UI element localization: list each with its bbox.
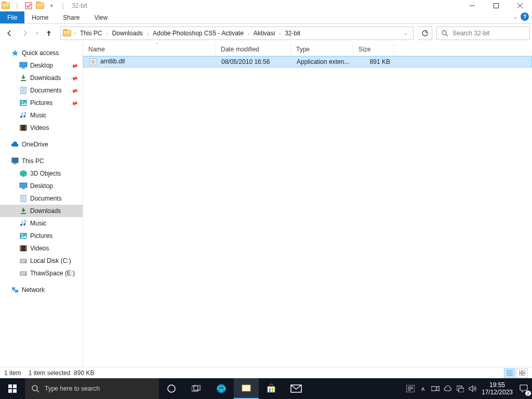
svg-rect-51 <box>8 389 12 393</box>
nav-desktop[interactable]: Desktop <box>0 180 83 192</box>
taskbar-app-edge[interactable] <box>209 378 234 399</box>
search-placeholder: Search 32-bit <box>453 30 489 37</box>
nav-downloads[interactable]: Downloads📌 <box>0 72 83 84</box>
cortana-button[interactable] <box>159 383 184 394</box>
start-button[interactable] <box>0 378 25 399</box>
svg-rect-49 <box>8 384 12 388</box>
nav-videos[interactable]: Videos <box>0 242 83 255</box>
nav-thawspace-e-[interactable]: ThawSpace (E:) <box>0 267 83 280</box>
nav-pane: Quick accessDesktop📌Downloads📌Documents📌… <box>0 43 83 367</box>
task-view-button[interactable] <box>184 378 209 399</box>
breadcrumb-caret[interactable]: › <box>277 31 283 36</box>
ribbon-collapse-icon[interactable]: ⌄ <box>513 14 517 20</box>
minimize-button[interactable] <box>460 0 484 11</box>
svg-rect-9 <box>21 80 26 81</box>
qat-folder-icon[interactable] <box>34 0 46 11</box>
nav-3d-objects[interactable]: 3D Objects <box>0 167 83 180</box>
refresh-button[interactable] <box>418 26 432 40</box>
breadcrumb-caret[interactable]: › <box>72 31 78 36</box>
help-icon[interactable]: ? <box>521 12 529 21</box>
breadcrumb-caret[interactable]: › <box>246 31 251 36</box>
tray-clock[interactable]: 19:55 17/12/2023 <box>479 379 515 398</box>
back-button[interactable] <box>2 26 17 41</box>
column-date-modified[interactable]: Date modified <box>216 43 291 56</box>
svg-point-53 <box>32 385 37 391</box>
tray-date: 17/12/2023 <box>481 389 513 396</box>
nav-desktop[interactable]: Desktop📌 <box>0 59 83 72</box>
tray-network-icon[interactable] <box>454 378 467 399</box>
breadcrumb-this-pc[interactable]: This PC <box>78 30 104 37</box>
column-type[interactable]: Type <box>291 43 353 56</box>
column-name[interactable]: Name˄ <box>83 43 216 56</box>
tab-home[interactable]: Home <box>24 11 56 23</box>
tab-file[interactable]: File <box>0 11 24 23</box>
nav-network[interactable]: Network <box>0 284 83 296</box>
svg-rect-21 <box>20 183 27 188</box>
file-list: amtlib.dll08/05/2010 16:56Application ex… <box>83 56 532 367</box>
nav-local-disk-c-[interactable]: Local Disk (C:) <box>0 255 83 267</box>
dll-icon <box>89 58 97 66</box>
breadcrumb-32-bit[interactable]: 32-bit <box>283 30 302 37</box>
tray-notifications-icon[interactable]: 2 <box>515 378 532 399</box>
qat-dropdown-icon[interactable]: ▾ <box>46 0 57 11</box>
taskbar-app-explorer[interactable] <box>234 378 259 399</box>
file-row[interactable]: amtlib.dll08/05/2010 16:56Application ex… <box>83 56 532 68</box>
breadcrumb-downloads[interactable]: Downloads <box>110 30 145 37</box>
ribbon: File Home Share View ⌄ ? <box>0 11 532 24</box>
nav-music[interactable]: Music <box>0 217 83 230</box>
nav-documents[interactable]: Documents <box>0 192 83 205</box>
svg-rect-32 <box>25 246 26 251</box>
desktop-icon <box>19 182 28 190</box>
address-bar[interactable]: › This PC›Downloads›Adobe Photoshop CS5 … <box>60 26 414 40</box>
taskbar-app-mail[interactable] <box>284 378 309 399</box>
tray-onedrive-icon[interactable] <box>442 378 454 399</box>
nav-music[interactable]: Music <box>0 109 83 122</box>
nav-onedrive[interactable]: OneDrive <box>0 138 83 151</box>
svg-rect-18 <box>25 125 26 130</box>
tray-volume-icon[interactable] <box>467 378 479 399</box>
tray-overflow-icon[interactable]: ʌ <box>417 378 429 399</box>
up-button[interactable] <box>42 26 56 41</box>
tray-meetnow-icon[interactable] <box>429 378 442 399</box>
breadcrumb-aktivasi[interactable]: Aktivasi <box>251 30 277 37</box>
tab-share[interactable]: Share <box>56 11 87 23</box>
tab-view[interactable]: View <box>87 11 115 23</box>
view-details-button[interactable] <box>504 368 515 378</box>
doc-icon <box>19 87 28 94</box>
recent-dropdown-icon[interactable]: ▾ <box>33 26 41 41</box>
desktop-icon <box>19 62 28 69</box>
tray-news-icon[interactable] <box>404 378 417 399</box>
forward-button[interactable] <box>18 26 32 41</box>
pin-icon: 📌 <box>70 86 78 95</box>
search-box[interactable]: Search 32-bit <box>436 26 530 40</box>
breadcrumb-caret[interactable]: › <box>104 31 110 36</box>
pc-icon <box>10 157 20 165</box>
svg-rect-62 <box>272 388 273 390</box>
nav-documents[interactable]: Documents📌 <box>0 84 83 97</box>
nav-pictures[interactable]: Pictures <box>0 230 83 242</box>
app-icon <box>0 0 11 11</box>
taskbar-search[interactable]: Type here to search <box>25 378 159 399</box>
close-button[interactable] <box>508 0 532 11</box>
download-icon <box>19 74 28 82</box>
nav-downloads[interactable]: Downloads <box>0 205 83 217</box>
taskbar-search-icon <box>31 384 39 393</box>
svg-rect-60 <box>268 387 275 392</box>
taskbar-app-store[interactable] <box>259 378 284 399</box>
breadcrumb-caret[interactable]: › <box>145 31 151 36</box>
titlebar: | ▾ | 32-bit <box>0 0 532 11</box>
nav-quick-access[interactable]: Quick access <box>0 47 83 59</box>
svg-point-29 <box>22 234 23 236</box>
svg-rect-27 <box>21 213 26 214</box>
nav-pictures[interactable]: Pictures📌 <box>0 97 83 109</box>
qat-properties-icon[interactable] <box>23 0 34 11</box>
maximize-button[interactable] <box>484 0 508 11</box>
column-size[interactable]: Size <box>353 43 394 56</box>
svg-rect-7 <box>20 62 27 67</box>
view-icons-button[interactable] <box>516 368 528 378</box>
nav-this-pc[interactable]: This PC <box>0 155 83 167</box>
nav-videos[interactable]: Videos <box>0 122 83 134</box>
breadcrumb-adobe-photoshop-cs5-activate[interactable]: Adobe Photoshop CS5 - Activate <box>151 30 246 37</box>
address-dropdown-icon[interactable]: ⌄ <box>400 31 412 36</box>
taskbar-search-placeholder: Type here to search <box>45 385 100 392</box>
